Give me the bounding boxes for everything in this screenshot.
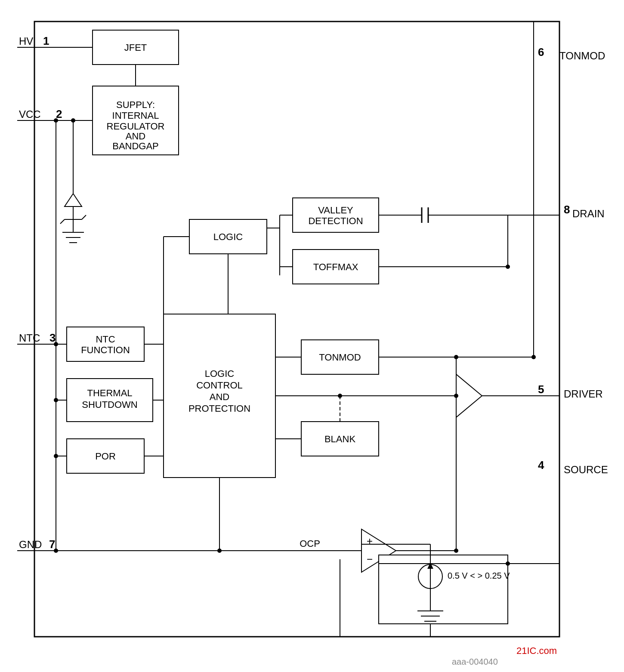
svg-point-81 (54, 549, 58, 553)
supply-line4: AND (126, 131, 145, 142)
supply-line3: REGULATOR (107, 121, 165, 132)
ntc-pin-label: NTC (19, 332, 40, 344)
svg-point-48 (338, 394, 342, 398)
tonmod-pin-number: 6 (538, 46, 544, 59)
driver-pin-label: DRIVER (564, 388, 603, 400)
hv-pin-number: 1 (43, 34, 49, 47)
current-source-block (379, 555, 508, 624)
supply-line5: BANDGAP (112, 141, 159, 151)
reference: aaa-004040 (452, 657, 498, 666)
valley-line1: VALLEY (318, 205, 353, 216)
svg-point-78 (54, 398, 58, 402)
thermal-line1: THERMAL (87, 388, 132, 398)
comp-plus: + (367, 535, 373, 547)
svg-point-85 (217, 549, 222, 553)
lc-line1: LOGIC (205, 368, 235, 379)
jfet-label: JFET (124, 42, 147, 53)
gnd-pin-number: 7 (49, 538, 55, 551)
watermark: 21IC.com (516, 645, 557, 656)
gnd-pin-label: GND (19, 539, 42, 550)
lc-line4: PROTECTION (188, 403, 250, 414)
svg-point-74 (54, 118, 58, 123)
ntc-pin-number: 3 (49, 331, 56, 344)
tonmod-block-label: TONMOD (319, 352, 361, 363)
vcc-pin-label: VCC (19, 108, 41, 120)
source-pin-number: 4 (538, 459, 544, 472)
driver-pin-number: 5 (538, 383, 544, 396)
supply-line1: SUPPLY: (116, 99, 155, 110)
drain-pin-label: DRAIN (572, 208, 605, 219)
drain-pin-number: 8 (564, 203, 570, 216)
svg-point-80 (54, 454, 58, 458)
por-label: POR (95, 451, 116, 462)
thermal-line2: SHUTDOWN (82, 399, 138, 410)
source-pin-label: SOURCE (564, 464, 608, 475)
diagram-container: JFET HV 1 SUPPLY: INTERNAL REGULATOR AND… (0, 0, 624, 672)
lc-line3: AND (210, 391, 229, 402)
hv-pin-label: HV (19, 35, 33, 47)
supply-line2: INTERNAL (112, 110, 159, 121)
lc-line2: CONTROL (196, 380, 243, 391)
blank-label: BLANK (324, 434, 355, 444)
ntc-line1: NTC (96, 334, 115, 345)
valley-line2: DETECTION (308, 216, 363, 226)
toffmax-label: TOFFMAX (313, 262, 358, 272)
ntc-line2: FUNCTION (81, 345, 130, 355)
comp-minus: − (367, 553, 373, 565)
tonmod-pin-label: TONMOD (559, 50, 605, 62)
ocp-label: OCP (300, 538, 320, 549)
logic-label: LOGIC (213, 231, 243, 242)
current-source-label: 0.5 V < > 0.25 V (448, 571, 510, 580)
